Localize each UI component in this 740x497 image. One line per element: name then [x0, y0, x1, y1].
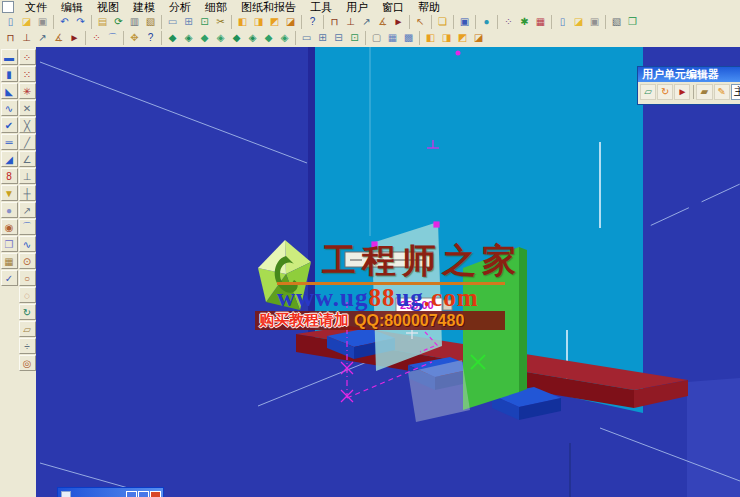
circle-center-tool[interactable]: ⊙	[19, 253, 36, 269]
connect-tool-8-button[interactable]: ◈	[277, 31, 292, 45]
select-region-button[interactable]: ▢	[369, 31, 384, 45]
folder-up-button[interactable]: ◩	[267, 15, 282, 29]
unit-plane-button[interactable]: ▰	[696, 84, 712, 100]
menu-item-modeling[interactable]: 建模	[126, 1, 162, 14]
snap-rise-tool[interactable]: ↗	[19, 202, 36, 218]
connect-tool-5-button[interactable]: ◆	[229, 31, 244, 45]
pipe-vertical-tool[interactable]: ▮	[1, 66, 18, 82]
layout-4-button[interactable]: ◪	[471, 31, 486, 45]
snap-angle-tool[interactable]: ∠	[19, 151, 36, 167]
snap-midpoint-tool[interactable]: ┼	[19, 185, 36, 201]
user-unit-editor-panel[interactable]: 用户单元编辑器 ▱↻►▰✎主	[637, 66, 740, 105]
image-tool[interactable]: ▦	[1, 253, 18, 269]
plumb-tool[interactable]: ▼	[1, 185, 18, 201]
menu-item-drawings-reports[interactable]: 图纸和报告	[234, 1, 303, 14]
layout-2-button[interactable]: ◨	[439, 31, 454, 45]
redo-button[interactable]: ↷	[73, 15, 88, 29]
point-grid-button[interactable]: ⁘	[89, 31, 104, 45]
update-button[interactable]: ⟳	[111, 15, 126, 29]
print-preview-button[interactable]: ▧	[609, 15, 624, 29]
diagonal-create-button[interactable]: ↗	[35, 31, 50, 45]
model-viewport[interactable]: 250.00	[36, 47, 740, 497]
connect-tool-2-button[interactable]: ◈	[181, 31, 196, 45]
window-split-button[interactable]: ⊞	[181, 15, 196, 29]
marker-tool-button[interactable]: ►	[391, 15, 406, 29]
minimized-window-bar[interactable]	[57, 487, 164, 497]
grid-snap-button[interactable]: ▦	[385, 31, 400, 45]
snap-line-tool[interactable]: ╱	[19, 134, 36, 150]
view-single-button[interactable]: ▭	[299, 31, 314, 45]
snap-perpendicular-tool[interactable]: ⊥	[19, 168, 36, 184]
dimension-800-tool[interactable]: 8	[1, 168, 18, 184]
folder-add-button[interactable]: ◧	[235, 15, 250, 29]
rotate-tool[interactable]: ↻	[19, 304, 36, 320]
curve-pen-button[interactable]: ⌒	[105, 31, 120, 45]
copy-objects-button[interactable]: ❏	[435, 15, 450, 29]
gauge-tool[interactable]: ◉	[1, 219, 18, 235]
window-view-button[interactable]: ⊡	[197, 15, 212, 29]
angle-create-button[interactable]: ∡	[51, 31, 66, 45]
node-grid-tool[interactable]: ⁘	[19, 49, 36, 65]
connect-tool-3-button[interactable]: ◆	[197, 31, 212, 45]
mini-maximize-button[interactable]	[138, 491, 149, 497]
unit-flatten-button[interactable]: ▱	[640, 84, 656, 100]
mini-minimize-button[interactable]	[126, 491, 137, 497]
render-view-button[interactable]: ●	[479, 15, 494, 29]
brace-tool-button[interactable]: ↗	[359, 15, 374, 29]
menu-item-view[interactable]: 视图	[90, 1, 126, 14]
sheet-button[interactable]: ▧	[143, 15, 158, 29]
panel-unit-combo[interactable]: 主	[731, 84, 740, 100]
circle-tool[interactable]: ○	[19, 270, 36, 286]
menu-item-file[interactable]: 文件	[18, 1, 54, 14]
plane-tool[interactable]: ▱	[19, 321, 36, 337]
window-new-button[interactable]: ▭	[165, 15, 180, 29]
connect-tool-6-button[interactable]: ◈	[245, 31, 260, 45]
layout-3-button[interactable]: ◩	[455, 31, 470, 45]
pipe-branch-tool[interactable]: ✔	[1, 117, 18, 133]
help-select-button[interactable]: ?	[305, 15, 320, 29]
snap-intersection-tool[interactable]: ✕	[19, 100, 36, 116]
paste-button[interactable]: ▤	[95, 15, 110, 29]
green-plate[interactable]	[463, 247, 519, 410]
pipe-horizontal-tool[interactable]: ▬	[1, 49, 18, 65]
hand-tool-button[interactable]: ✱	[517, 15, 532, 29]
flag-create-button[interactable]: ►	[67, 31, 82, 45]
view-cascade-button[interactable]: ⊡	[347, 31, 362, 45]
select-pointer-button[interactable]: ↖	[413, 15, 428, 29]
view-horizontal-button[interactable]: ⊟	[331, 31, 346, 45]
sphere-tool[interactable]: ●	[1, 202, 18, 218]
save-file-button[interactable]: ▣	[35, 15, 50, 29]
divide-tool[interactable]: ÷	[19, 338, 36, 354]
lasso-tool[interactable]: ◌	[19, 287, 36, 303]
snap-arc-tool[interactable]: ⌒	[19, 219, 36, 235]
dimension-input[interactable]: 250.00	[396, 298, 452, 312]
mini-close-button[interactable]	[150, 491, 161, 497]
new-drawing-button[interactable]: ▯	[555, 15, 570, 29]
connect-tool-4-button[interactable]: ◈	[213, 31, 228, 45]
open-drawing-button[interactable]: ◪	[571, 15, 586, 29]
menu-item-help[interactable]: 帮助	[411, 1, 447, 14]
copy-tool[interactable]: ❐	[1, 236, 18, 252]
grid-display-button[interactable]: ▩	[401, 31, 416, 45]
beam-tool-button[interactable]: ⊓	[327, 15, 342, 29]
unit-sketch-button[interactable]: ✎	[714, 84, 730, 100]
unit-modify-button[interactable]: ↻	[657, 84, 673, 100]
print-button[interactable]: ▥	[127, 15, 142, 29]
paste-objects-button[interactable]: ▣	[457, 15, 472, 29]
layout-1-button[interactable]: ◧	[423, 31, 438, 45]
sketch-plate[interactable]	[372, 222, 442, 371]
folder-lock-button[interactable]: ◪	[283, 15, 298, 29]
menu-item-analysis[interactable]: 分析	[162, 1, 198, 14]
angle-tool-button[interactable]: ∡	[375, 15, 390, 29]
cut-button[interactable]: ✂	[213, 15, 228, 29]
menu-item-detail[interactable]: 细部	[198, 1, 234, 14]
unit-flag-button[interactable]: ►	[674, 84, 690, 100]
pan-tool-button[interactable]: ✥	[127, 31, 142, 45]
connect-tool-7-button[interactable]: ◆	[261, 31, 276, 45]
pipe-double-tool[interactable]: ═	[1, 134, 18, 150]
menu-item-tools[interactable]: 工具	[303, 1, 339, 14]
panel-title-bar[interactable]: 用户单元编辑器	[638, 67, 740, 82]
confirm-tool[interactable]: ✓	[1, 270, 18, 286]
open-file-button[interactable]: ◪	[19, 15, 34, 29]
folder-open-button[interactable]: ◨	[251, 15, 266, 29]
